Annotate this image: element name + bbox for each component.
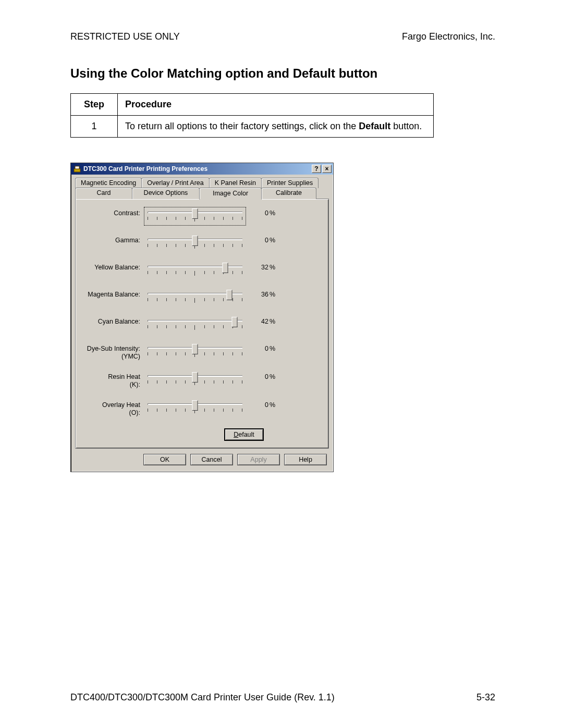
page-footer-right: 5-32 (476, 692, 495, 703)
slider-label: Yellow Balance: (83, 263, 145, 272)
slider-thumb[interactable] (226, 290, 232, 300)
tab-card[interactable]: Card (75, 188, 132, 199)
col-header-procedure: Procedure (118, 94, 434, 116)
slider-row: Contrast:0% (83, 208, 321, 224)
slider-thumb[interactable] (192, 208, 198, 219)
slider-thumb[interactable] (192, 372, 198, 382)
slider-row: Overlay Heat (O):0% (83, 400, 321, 417)
help-button[interactable]: Help (284, 454, 327, 465)
page-header-left: RESTRICTED USE ONLY (70, 31, 180, 42)
page-header-right: Fargo Electronics, Inc. (402, 31, 495, 42)
slider-value: 32 (244, 263, 268, 271)
slider-value: 0 (244, 236, 268, 244)
cancel-button[interactable]: Cancel (190, 454, 233, 465)
tab-calibrate[interactable]: Calibrate (261, 188, 316, 199)
help-icon[interactable]: ? (312, 165, 321, 173)
section-title: Using the Color Matching option and Defa… (70, 66, 495, 81)
slider-value: 36 (244, 290, 268, 298)
slider-track[interactable] (145, 344, 244, 360)
slider-label: Cyan Balance: (83, 317, 145, 326)
tab-magnetic-encoding[interactable]: Magnetic Encoding (75, 178, 142, 188)
slider-thumb[interactable] (192, 344, 198, 354)
app-icon (73, 165, 81, 173)
cell-procedure: To return all options to their factory s… (118, 116, 434, 138)
slider-label: Magenta Balance: (83, 290, 145, 299)
page-footer-left: DTC400/DTC300/DTC300M Card Printer User … (70, 692, 335, 703)
tab-overlay-print-area[interactable]: Overlay / Print Area (141, 178, 209, 188)
col-header-step: Step (71, 94, 118, 116)
svg-rect-0 (74, 169, 80, 172)
slider-row: Yellow Balance:32% (83, 263, 321, 278)
slider-thumb[interactable] (223, 263, 228, 273)
slider-track[interactable] (145, 400, 244, 416)
slider-track[interactable] (145, 236, 244, 251)
tab-row-back: Magnetic Encoding Overlay / Print Area K… (75, 178, 329, 188)
percent-label: % (268, 372, 279, 380)
slider-track[interactable] (145, 372, 244, 388)
tab-printer-supplies[interactable]: Printer Supplies (261, 178, 319, 188)
percent-label: % (268, 290, 279, 298)
slider-row: Gamma:0% (83, 236, 321, 251)
slider-value: 0 (244, 344, 268, 352)
slider-thumb[interactable] (232, 317, 238, 327)
svg-rect-1 (75, 166, 79, 169)
apply-button[interactable]: Apply (237, 454, 280, 465)
slider-value: 0 (244, 372, 268, 380)
percent-label: % (268, 236, 279, 244)
tab-panel-image-color: Contrast:0%Gamma:0%Yellow Balance:32%Mag… (75, 199, 329, 449)
slider-value: 0 (244, 400, 268, 409)
slider-row: Resin Heat (K):0% (83, 372, 321, 389)
percent-label: % (268, 400, 279, 409)
tab-row-front: Card Device Options Image Color Calibrat… (75, 188, 329, 199)
slider-row: Magenta Balance:36% (83, 290, 321, 305)
slider-track[interactable] (145, 290, 244, 305)
percent-label: % (268, 317, 279, 325)
slider-value: 42 (244, 317, 268, 325)
percent-label: % (268, 344, 279, 352)
slider-thumb[interactable] (192, 236, 198, 246)
ok-button[interactable]: OK (143, 454, 186, 465)
default-button[interactable]: Default (224, 428, 264, 441)
slider-value: 0 (244, 208, 268, 217)
slider-track[interactable] (145, 208, 244, 224)
slider-thumb[interactable] (192, 400, 198, 411)
cell-step: 1 (71, 116, 118, 138)
slider-label: Contrast: (83, 208, 145, 217)
dialog-title: DTC300 Card Printer Printing Preferences (83, 165, 311, 172)
percent-label: % (268, 263, 279, 271)
slider-row: Cyan Balance:42% (83, 317, 321, 332)
slider-label: Gamma: (83, 236, 145, 244)
table-row: 1 To return all options to their factory… (71, 116, 434, 138)
slider-label: Dye-Sub Intensity:(YMC) (83, 344, 145, 361)
tab-image-color[interactable]: Image Color (199, 188, 262, 200)
percent-label: % (268, 208, 279, 217)
dialog-titlebar[interactable]: DTC300 Card Printer Printing Preferences… (71, 163, 333, 175)
close-icon[interactable]: × (322, 165, 332, 173)
preferences-dialog: DTC300 Card Printer Printing Preferences… (70, 163, 334, 472)
procedure-table: Step Procedure 1 To return all options t… (70, 93, 434, 138)
slider-row: Dye-Sub Intensity:(YMC)0% (83, 344, 321, 361)
slider-label: Resin Heat (K): (83, 372, 145, 389)
tab-device-options[interactable]: Device Options (132, 188, 200, 199)
slider-label: Overlay Heat (O): (83, 400, 145, 417)
slider-track[interactable] (145, 263, 244, 278)
tab-k-panel-resin[interactable]: K Panel Resin (209, 178, 262, 188)
slider-track[interactable] (145, 317, 244, 332)
